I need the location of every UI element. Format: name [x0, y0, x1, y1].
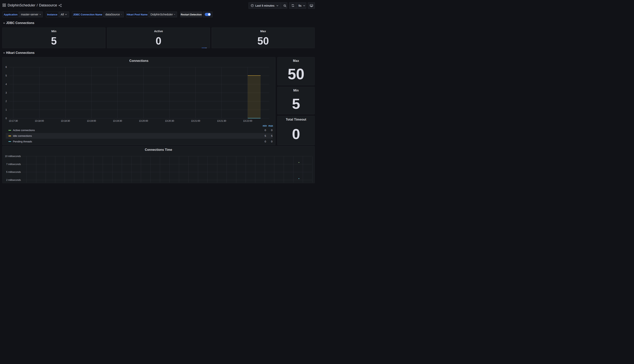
svg-text:13:19:00: 13:19:00 — [87, 120, 96, 122]
svg-text:1: 1 — [6, 108, 7, 111]
svg-text:13:20:30: 13:20:30 — [165, 120, 174, 122]
svg-text:13:21:00: 13:21:00 — [191, 120, 200, 122]
svg-text:7 milliseconds: 7 milliseconds — [6, 163, 21, 166]
svg-text:2: 2 — [6, 100, 7, 102]
svg-text:3: 3 — [6, 92, 7, 94]
svg-text:13:17:30: 13:17:30 — [9, 120, 18, 122]
svg-text:13:21:30: 13:21:30 — [217, 120, 226, 122]
svg-text:6: 6 — [6, 66, 7, 68]
svg-text:4: 4 — [6, 83, 7, 86]
svg-text:13:18:30: 13:18:30 — [61, 120, 70, 122]
svg-text:13:20:00: 13:20:00 — [139, 120, 148, 122]
svg-text:13:19:30: 13:19:30 — [113, 120, 122, 122]
svg-text:13:18:00: 13:18:00 — [35, 120, 44, 122]
svg-text:2 milliseconds: 2 milliseconds — [6, 179, 21, 182]
svg-text:13:22:00: 13:22:00 — [243, 120, 252, 122]
svg-text:10 milliseconds: 10 milliseconds — [5, 155, 21, 158]
svg-text:5 milliseconds: 5 milliseconds — [6, 171, 21, 174]
svg-text:5: 5 — [6, 74, 7, 77]
svg-text:0: 0 — [6, 117, 7, 120]
